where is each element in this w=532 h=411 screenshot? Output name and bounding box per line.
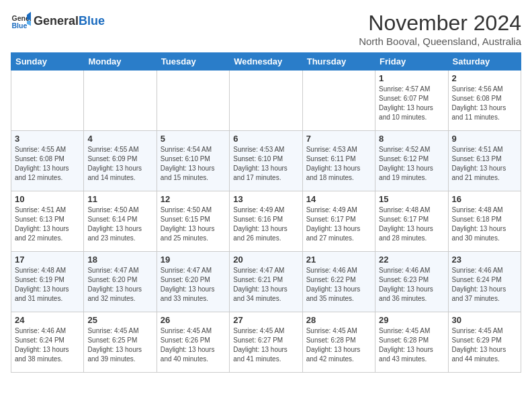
svg-marker-2 [27, 12, 31, 20]
calendar-cell: 7Sunrise: 4:53 AM Sunset: 6:11 PM Daylig… [302, 131, 375, 191]
day-number: 2 [452, 73, 517, 83]
calendar-cell: 10Sunrise: 4:51 AM Sunset: 6:13 PM Dayli… [11, 191, 84, 252]
calendar-cell: 25Sunrise: 4:45 AM Sunset: 6:25 PM Dayli… [84, 312, 157, 373]
calendar-cell: 21Sunrise: 4:46 AM Sunset: 6:22 PM Dayli… [302, 252, 375, 312]
week-row-1: 1Sunrise: 4:57 AM Sunset: 6:07 PM Daylig… [11, 71, 521, 131]
calendar-cell: 6Sunrise: 4:53 AM Sunset: 6:10 PM Daylig… [230, 131, 302, 191]
svg-marker-3 [27, 21, 31, 26]
day-number: 12 [161, 194, 226, 204]
day-info: Sunrise: 4:52 AM Sunset: 6:12 PM Dayligh… [379, 145, 444, 183]
day-info: Sunrise: 4:45 AM Sunset: 6:28 PM Dayligh… [379, 326, 444, 364]
calendar-cell: 2Sunrise: 4:56 AM Sunset: 6:08 PM Daylig… [448, 71, 521, 131]
day-info: Sunrise: 4:57 AM Sunset: 6:07 PM Dayligh… [379, 85, 444, 122]
day-number: 3 [15, 134, 80, 144]
day-info: Sunrise: 4:46 AM Sunset: 6:24 PM Dayligh… [452, 266, 517, 304]
calendar-cell: 26Sunrise: 4:45 AM Sunset: 6:26 PM Dayli… [157, 312, 229, 373]
weekday-header-monday: Monday [84, 53, 157, 71]
day-number: 22 [379, 255, 444, 265]
day-number: 7 [306, 134, 371, 144]
logo-icon: General Blue [11, 11, 31, 31]
day-info: Sunrise: 4:47 AM Sunset: 6:20 PM Dayligh… [87, 266, 152, 304]
calendar-cell: 8Sunrise: 4:52 AM Sunset: 6:12 PM Daylig… [375, 131, 448, 191]
week-row-5: 24Sunrise: 4:46 AM Sunset: 6:24 PM Dayli… [11, 312, 521, 373]
weekday-header-row: SundayMondayTuesdayWednesdayThursdayFrid… [11, 53, 521, 71]
calendar-cell: 17Sunrise: 4:48 AM Sunset: 6:19 PM Dayli… [11, 252, 84, 312]
calendar-cell: 22Sunrise: 4:46 AM Sunset: 6:23 PM Dayli… [375, 252, 448, 312]
calendar-cell [302, 71, 375, 131]
day-info: Sunrise: 4:45 AM Sunset: 6:26 PM Dayligh… [161, 326, 226, 364]
day-number: 4 [87, 134, 152, 144]
day-info: Sunrise: 4:47 AM Sunset: 6:20 PM Dayligh… [161, 266, 226, 304]
weekday-header-thursday: Thursday [302, 53, 375, 71]
calendar-cell: 11Sunrise: 4:50 AM Sunset: 6:14 PM Dayli… [84, 191, 157, 252]
calendar-cell: 15Sunrise: 4:48 AM Sunset: 6:17 PM Dayli… [375, 191, 448, 252]
calendar-cell: 24Sunrise: 4:46 AM Sunset: 6:24 PM Dayli… [11, 312, 84, 373]
page-header: General Blue General Blue November 2024 … [11, 11, 521, 47]
calendar-cell [230, 71, 302, 131]
day-number: 5 [161, 134, 226, 144]
day-number: 10 [15, 194, 80, 204]
location-title: North Booval, Queensland, Australia [359, 36, 521, 47]
weekday-header-sunday: Sunday [11, 53, 84, 71]
day-info: Sunrise: 4:54 AM Sunset: 6:10 PM Dayligh… [161, 145, 226, 183]
day-info: Sunrise: 4:49 AM Sunset: 6:17 PM Dayligh… [306, 205, 371, 243]
day-info: Sunrise: 4:46 AM Sunset: 6:24 PM Dayligh… [15, 326, 80, 364]
calendar-cell: 13Sunrise: 4:49 AM Sunset: 6:16 PM Dayli… [230, 191, 302, 252]
day-info: Sunrise: 4:50 AM Sunset: 6:15 PM Dayligh… [161, 205, 226, 243]
day-number: 23 [452, 255, 517, 265]
day-number: 24 [15, 315, 80, 325]
day-number: 14 [306, 194, 371, 204]
day-info: Sunrise: 4:55 AM Sunset: 6:09 PM Dayligh… [87, 145, 152, 183]
calendar-cell: 19Sunrise: 4:47 AM Sunset: 6:20 PM Dayli… [157, 252, 229, 312]
weekday-header-saturday: Saturday [448, 53, 521, 71]
day-number: 17 [15, 255, 80, 265]
day-number: 15 [379, 194, 444, 204]
svg-text:Blue: Blue [12, 21, 28, 30]
calendar-cell: 14Sunrise: 4:49 AM Sunset: 6:17 PM Dayli… [302, 191, 375, 252]
day-number: 9 [452, 134, 517, 144]
calendar-cell [157, 71, 229, 131]
logo-general: General [34, 14, 79, 28]
day-info: Sunrise: 4:56 AM Sunset: 6:08 PM Dayligh… [452, 85, 517, 122]
week-row-3: 10Sunrise: 4:51 AM Sunset: 6:13 PM Dayli… [11, 191, 521, 252]
calendar-cell: 20Sunrise: 4:47 AM Sunset: 6:21 PM Dayli… [230, 252, 302, 312]
month-title: November 2024 [359, 11, 521, 36]
week-row-2: 3Sunrise: 4:55 AM Sunset: 6:08 PM Daylig… [11, 131, 521, 191]
calendar-cell: 1Sunrise: 4:57 AM Sunset: 6:07 PM Daylig… [375, 71, 448, 131]
day-info: Sunrise: 4:45 AM Sunset: 6:28 PM Dayligh… [306, 326, 371, 364]
logo-blue: Blue [79, 14, 105, 28]
day-info: Sunrise: 4:48 AM Sunset: 6:19 PM Dayligh… [15, 266, 80, 304]
logo-text-block: General Blue [34, 14, 105, 28]
calendar-cell: 4Sunrise: 4:55 AM Sunset: 6:09 PM Daylig… [84, 131, 157, 191]
day-info: Sunrise: 4:45 AM Sunset: 6:25 PM Dayligh… [87, 326, 152, 364]
weekday-header-tuesday: Tuesday [157, 53, 229, 71]
day-info: Sunrise: 4:55 AM Sunset: 6:08 PM Dayligh… [15, 145, 80, 183]
day-number: 11 [87, 194, 152, 204]
day-info: Sunrise: 4:45 AM Sunset: 6:27 PM Dayligh… [233, 326, 298, 364]
calendar-cell: 9Sunrise: 4:51 AM Sunset: 6:13 PM Daylig… [448, 131, 521, 191]
day-info: Sunrise: 4:47 AM Sunset: 6:21 PM Dayligh… [233, 266, 298, 304]
calendar-cell: 5Sunrise: 4:54 AM Sunset: 6:10 PM Daylig… [157, 131, 229, 191]
day-number: 30 [452, 315, 517, 325]
day-info: Sunrise: 4:51 AM Sunset: 6:13 PM Dayligh… [452, 145, 517, 183]
calendar-cell: 30Sunrise: 4:45 AM Sunset: 6:29 PM Dayli… [448, 312, 521, 373]
day-info: Sunrise: 4:46 AM Sunset: 6:22 PM Dayligh… [306, 266, 371, 304]
weekday-header-friday: Friday [375, 53, 448, 71]
day-number: 28 [306, 315, 371, 325]
day-info: Sunrise: 4:49 AM Sunset: 6:16 PM Dayligh… [233, 205, 298, 243]
day-number: 29 [379, 315, 444, 325]
calendar-cell: 23Sunrise: 4:46 AM Sunset: 6:24 PM Dayli… [448, 252, 521, 312]
day-info: Sunrise: 4:46 AM Sunset: 6:23 PM Dayligh… [379, 266, 444, 304]
calendar-table: SundayMondayTuesdayWednesdayThursdayFrid… [11, 52, 521, 373]
day-number: 13 [233, 194, 298, 204]
day-info: Sunrise: 4:51 AM Sunset: 6:13 PM Dayligh… [15, 205, 80, 243]
day-number: 18 [87, 255, 152, 265]
calendar-cell: 27Sunrise: 4:45 AM Sunset: 6:27 PM Dayli… [230, 312, 302, 373]
day-info: Sunrise: 4:45 AM Sunset: 6:29 PM Dayligh… [452, 326, 517, 364]
calendar-cell: 3Sunrise: 4:55 AM Sunset: 6:08 PM Daylig… [11, 131, 84, 191]
day-number: 16 [452, 194, 517, 204]
calendar-cell [84, 71, 157, 131]
day-number: 6 [233, 134, 298, 144]
day-info: Sunrise: 4:50 AM Sunset: 6:14 PM Dayligh… [87, 205, 152, 243]
logo: General Blue General Blue [11, 11, 105, 31]
